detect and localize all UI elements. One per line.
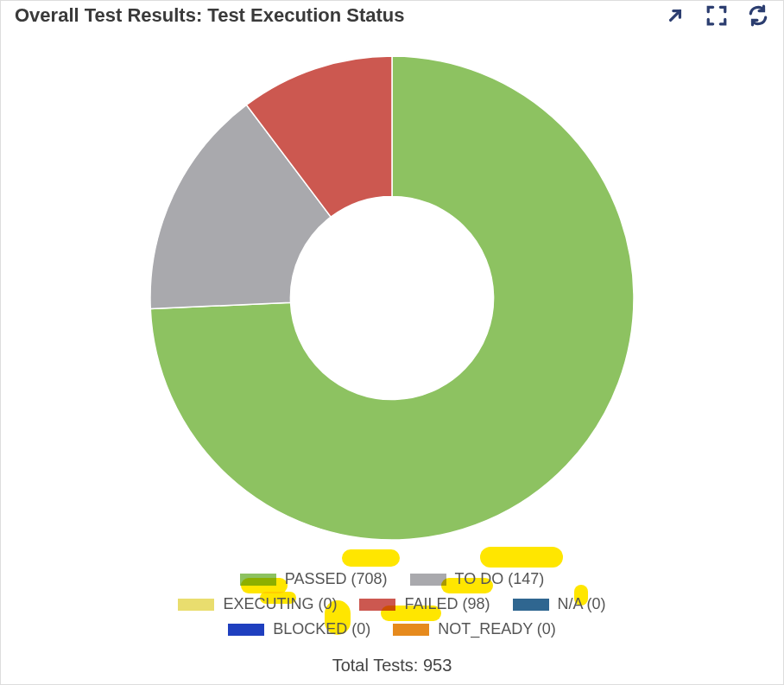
legend-row: PASSED (708)TO DO (147) xyxy=(240,570,544,588)
expand-icon[interactable] xyxy=(705,4,728,27)
test-results-panel: Overall Test Results: Test Execution Sta… xyxy=(0,0,784,685)
panel-actions xyxy=(664,4,769,27)
total-tests-line: Total Tests: 953 xyxy=(1,644,783,684)
legend-swatch xyxy=(178,599,214,611)
legend-item-to-do[interactable]: TO DO (147) xyxy=(410,570,545,588)
legend-item-blocked[interactable]: BLOCKED (0) xyxy=(228,620,370,638)
legend-item-n-a[interactable]: N/A (0) xyxy=(513,595,606,613)
legend-item-not-ready[interactable]: NOT_READY (0) xyxy=(393,620,556,638)
legend-swatch xyxy=(513,599,549,611)
legend-swatch xyxy=(240,574,276,586)
legend-item-failed[interactable]: FAILED (98) xyxy=(359,595,490,613)
panel-title: Overall Test Results: Test Execution Sta… xyxy=(15,4,405,27)
legend-label: TO DO (147) xyxy=(455,570,545,588)
legend-swatch xyxy=(393,624,429,636)
legend-swatch xyxy=(228,624,264,636)
panel-header: Overall Test Results: Test Execution Sta… xyxy=(1,1,783,35)
refresh-icon[interactable] xyxy=(747,4,769,27)
total-label: Total Tests: xyxy=(332,656,419,675)
legend-label: N/A (0) xyxy=(558,595,606,613)
legend-label: FAILED (98) xyxy=(404,595,490,613)
open-icon[interactable] xyxy=(664,4,686,27)
legend-item-executing[interactable]: EXECUTING (0) xyxy=(178,595,337,613)
donut-chart xyxy=(1,35,783,560)
legend-swatch xyxy=(359,599,395,611)
legend-label: PASSED (708) xyxy=(285,570,388,588)
total-value: 953 xyxy=(423,656,452,675)
legend-label: BLOCKED (0) xyxy=(273,620,370,638)
legend-swatch xyxy=(410,574,446,586)
legend-item-passed[interactable]: PASSED (708) xyxy=(240,570,388,588)
chart-legend: PASSED (708)TO DO (147)EXECUTING (0)FAIL… xyxy=(1,560,783,644)
legend-label: NOT_READY (0) xyxy=(438,620,556,638)
legend-label: EXECUTING (0) xyxy=(223,595,337,613)
legend-row: BLOCKED (0)NOT_READY (0) xyxy=(228,620,556,638)
legend-row: EXECUTING (0)FAILED (98)N/A (0) xyxy=(178,595,605,613)
